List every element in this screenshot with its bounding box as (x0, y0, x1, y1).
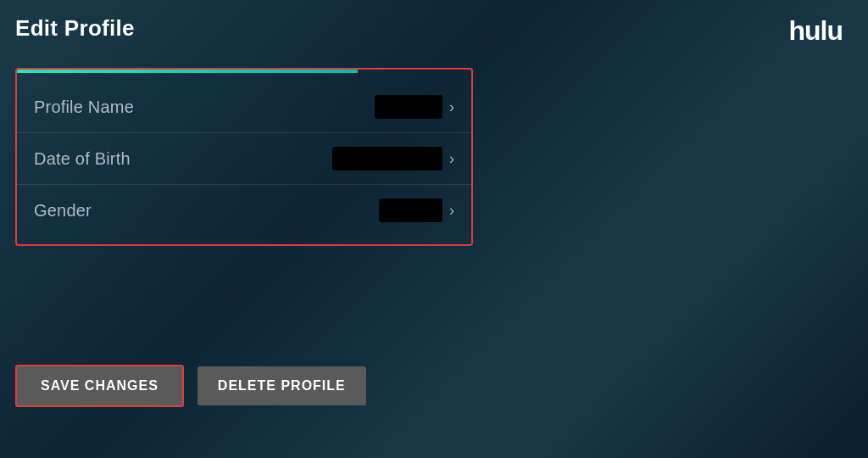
profile-name-row[interactable]: Profile Name › (17, 81, 471, 132)
page-title: Edit Profile (15, 15, 135, 42)
profile-name-chevron: › (449, 98, 454, 116)
form-fields: Profile Name › Date of Birth › Gender › (17, 73, 471, 244)
save-changes-button[interactable]: SAVE CHANGES (15, 365, 184, 407)
delete-profile-button[interactable]: DELETE PROFILE (198, 366, 366, 405)
hulu-logo: hulu (788, 15, 843, 47)
gender-right: › (379, 198, 454, 222)
gender-value (379, 198, 442, 222)
gender-chevron: › (449, 202, 454, 220)
profile-name-right: › (375, 95, 454, 119)
profile-name-value (375, 95, 442, 119)
profile-name-label: Profile Name (34, 98, 134, 117)
gender-row[interactable]: Gender › (17, 185, 471, 236)
date-of-birth-row[interactable]: Date of Birth › (17, 133, 471, 184)
date-of-birth-label: Date of Birth (34, 149, 131, 169)
date-of-birth-right: › (332, 147, 454, 170)
date-of-birth-value (332, 147, 442, 170)
date-of-birth-chevron: › (449, 150, 454, 168)
button-row: SAVE CHANGES DELETE PROFILE (15, 365, 366, 407)
gender-label: Gender (34, 201, 92, 221)
edit-profile-form: Profile Name › Date of Birth › Gender › (15, 68, 473, 246)
